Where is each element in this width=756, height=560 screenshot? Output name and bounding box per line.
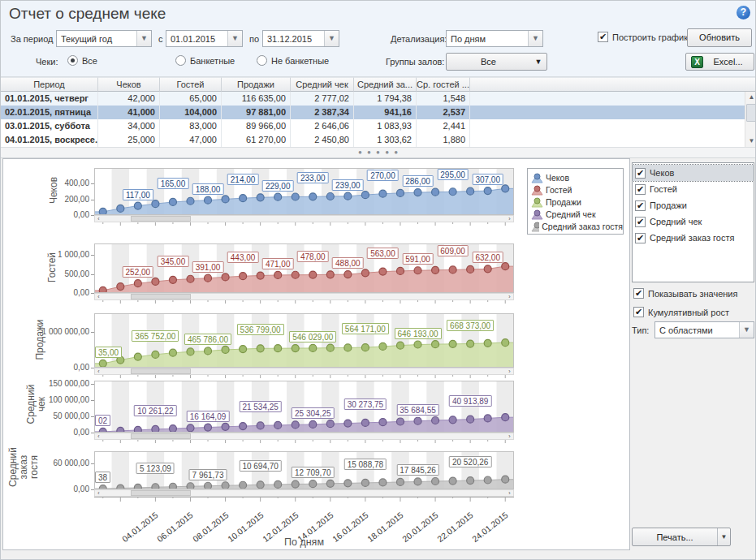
data-point[interactable] [414, 417, 421, 424]
data-point[interactable] [99, 360, 106, 367]
data-point[interactable] [222, 482, 229, 489]
data-point[interactable] [292, 193, 299, 200]
column-header[interactable]: Средний чек [291, 77, 354, 92]
data-point[interactable] [432, 478, 439, 485]
data-point[interactable] [134, 353, 141, 360]
data-point[interactable] [467, 477, 474, 485]
data-point[interactable] [432, 266, 439, 274]
chart-horizontal-scrollbar[interactable]: ‹› [94, 368, 514, 375]
data-point[interactable] [169, 483, 176, 489]
series-checkbox-row[interactable]: ✔Средний заказ гостя [633, 230, 754, 246]
hall-groups-dropdown[interactable]: Все ▼ [446, 53, 547, 71]
data-point[interactable] [257, 345, 264, 352]
data-point[interactable] [326, 271, 334, 278]
scrollbar-thumb[interactable] [131, 368, 192, 374]
chevron-down-icon[interactable]: ▼ [136, 31, 151, 46]
scrollbar-thumb[interactable] [131, 216, 192, 222]
date-to-picker[interactable]: 31.12.2015 ▼ [262, 30, 339, 47]
scrollbar-track[interactable] [102, 216, 506, 222]
data-point[interactable] [449, 188, 456, 196]
data-point[interactable] [361, 269, 369, 277]
data-point[interactable] [292, 345, 299, 352]
detail-combobox[interactable]: По дням ▼ [446, 30, 543, 47]
data-point[interactable] [414, 189, 421, 196]
data-point[interactable] [152, 278, 159, 285]
data-point[interactable] [152, 351, 159, 358]
scrollbar-track[interactable] [102, 368, 506, 374]
data-point[interactable] [222, 274, 229, 281]
data-point[interactable] [484, 415, 491, 422]
data-point[interactable] [379, 419, 387, 426]
data-point[interactable] [484, 339, 491, 347]
data-point[interactable] [274, 480, 282, 488]
data-point[interactable] [257, 422, 264, 429]
data-point[interactable] [484, 476, 491, 484]
data-point[interactable] [205, 347, 212, 355]
data-point[interactable] [309, 344, 317, 351]
data-point[interactable] [432, 188, 439, 196]
date-from-picker[interactable]: 01.01.2015 ▼ [166, 30, 243, 47]
data-point[interactable] [187, 483, 194, 489]
data-point[interactable] [396, 189, 404, 196]
cumulative-option[interactable]: ✔ Кумулятивный рост [633, 307, 729, 317]
data-point[interactable] [467, 187, 474, 195]
scroll-right-icon[interactable]: › [506, 216, 513, 222]
table-row[interactable]: 02.01.2015, пятница41,000104,00097 881,0… [1, 106, 756, 119]
data-point[interactable] [361, 479, 369, 486]
data-point[interactable] [99, 208, 106, 215]
series-checkbox-row[interactable]: ✔Продажи [633, 197, 754, 213]
data-point[interactable] [344, 192, 352, 200]
show-values-checkbox[interactable]: ✔ [633, 288, 644, 299]
data-point[interactable] [292, 271, 299, 278]
data-point[interactable] [449, 266, 456, 274]
data-point[interactable] [344, 480, 352, 487]
data-point[interactable] [449, 416, 456, 424]
scroll-down-icon[interactable]: ▼ [745, 136, 756, 147]
data-point[interactable] [205, 482, 212, 489]
data-point[interactable] [117, 283, 124, 291]
chart-type-combobox[interactable]: С областями ▼ [654, 321, 754, 338]
scroll-left-icon[interactable]: ‹ [95, 294, 102, 299]
period-combobox[interactable]: Текущий год ▼ [56, 30, 152, 47]
table-row[interactable]: 04.01.2015, воскресе...25,00047,00061 27… [1, 133, 756, 147]
data-point[interactable] [169, 276, 176, 283]
data-point[interactable] [169, 349, 176, 356]
series-checkbox[interactable]: ✔ [635, 217, 646, 227]
data-point[interactable] [205, 196, 212, 204]
chevron-down-icon[interactable]: ▼ [528, 31, 542, 46]
scrollbar-track[interactable] [102, 490, 506, 496]
data-point[interactable] [379, 342, 387, 350]
scroll-left-icon[interactable]: ‹ [95, 368, 102, 374]
scroll-right-icon[interactable]: › [506, 368, 513, 374]
scroll-left-icon[interactable]: ‹ [95, 490, 102, 496]
print-dropdown-icon[interactable]: ▼ [717, 528, 730, 545]
series-checkbox-row[interactable]: ✔Чеков [633, 165, 754, 181]
data-point[interactable] [379, 479, 387, 486]
cumulative-checkbox[interactable]: ✔ [633, 307, 644, 317]
column-header[interactable]: Средний за... [354, 77, 417, 92]
data-point[interactable] [361, 419, 369, 426]
scrollbar-thumb[interactable] [131, 490, 192, 496]
scrollbar-track[interactable] [102, 294, 506, 299]
data-point[interactable] [169, 198, 176, 205]
data-point[interactable] [205, 274, 212, 282]
table-row[interactable]: 01.01.2015, четверг42,00065,000116 635,0… [1, 92, 756, 106]
radio-option-1[interactable]: Все [67, 55, 97, 66]
table-row[interactable]: 03.01.2015, суббота34,00083,00089 966,00… [1, 119, 756, 133]
data-point[interactable] [240, 481, 247, 489]
data-point[interactable] [99, 286, 106, 293]
scrollbar-thumb[interactable] [131, 433, 192, 439]
radio-option-2[interactable]: Банкетные [175, 55, 235, 66]
help-icon[interactable]: ? [737, 6, 750, 19]
data-point[interactable] [326, 192, 334, 200]
scroll-right-icon[interactable]: › [506, 490, 513, 496]
splitter-handle[interactable]: ● ● ● ● ● [1, 147, 756, 158]
column-header[interactable]: Период [1, 77, 98, 92]
data-point[interactable] [222, 196, 229, 203]
data-point[interactable] [467, 416, 474, 423]
table-vertical-scrollbar[interactable]: ▲ ▼ [745, 92, 756, 147]
data-point[interactable] [240, 195, 247, 202]
data-point[interactable] [396, 342, 404, 349]
data-point[interactable] [187, 348, 194, 355]
data-point[interactable] [187, 424, 194, 432]
